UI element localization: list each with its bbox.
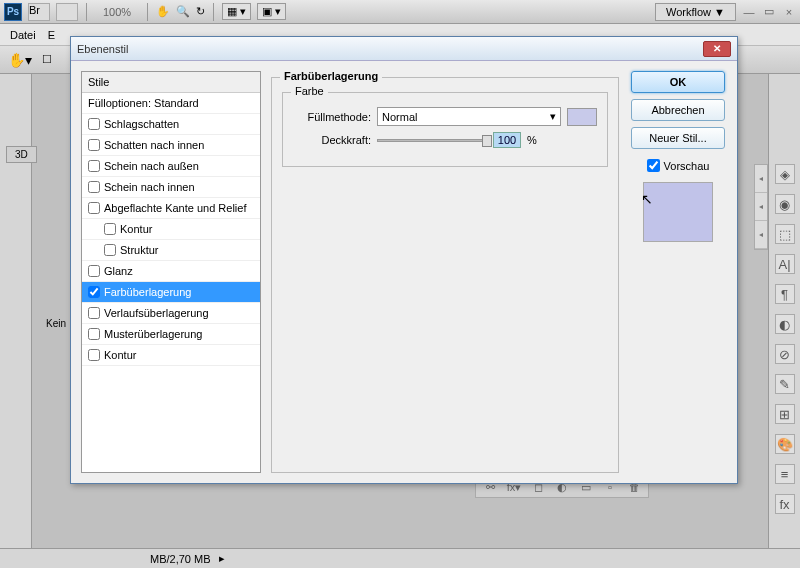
style-label: Kontur	[104, 349, 136, 361]
canvas-label: Kein	[46, 318, 66, 329]
styles-icon[interactable]: ⊘	[775, 344, 795, 364]
zoom-tool-icon[interactable]: 🔍	[176, 5, 190, 18]
style-checkbox[interactable]	[88, 202, 100, 214]
style-checkbox[interactable]	[104, 244, 116, 256]
rotate-view-icon[interactable]: ↻	[196, 5, 205, 18]
style-item[interactable]: Schatten nach innen	[82, 135, 260, 156]
blend-mode-value: Normal	[382, 111, 417, 123]
settings-heading: Farbüberlagerung	[280, 70, 382, 82]
style-checkbox[interactable]	[88, 118, 100, 130]
style-item[interactable]: Kontur	[82, 219, 260, 240]
workspace-switcher[interactable]: Workflow ▼	[655, 3, 736, 21]
styles-header[interactable]: Stile	[82, 72, 260, 93]
color-group: Farbe Füllmethode: Normal ▾ Deckkraft: %	[282, 92, 608, 167]
status-text: MB/2,70 MB	[150, 553, 211, 565]
menu-item[interactable]: E	[48, 29, 55, 41]
bridge-button[interactable]: Br	[28, 3, 50, 21]
new-style-button[interactable]: Neuer Stil...	[631, 127, 725, 149]
opacity-input[interactable]	[493, 132, 521, 148]
style-checkbox[interactable]	[88, 307, 100, 319]
layer-style-dialog: Ebenenstil ✕ Stile Fülloptionen: Standar…	[70, 36, 738, 484]
opacity-unit: %	[527, 134, 537, 146]
style-item[interactable]: Struktur	[82, 240, 260, 261]
preview-checkbox[interactable]: Vorschau	[647, 159, 710, 172]
style-item[interactable]: Farbüberlagerung	[82, 282, 260, 303]
preview-swatch	[643, 182, 713, 242]
history-icon[interactable]: ≡	[775, 464, 795, 484]
flyout-toggle[interactable]: ◂	[755, 193, 767, 221]
slider-thumb[interactable]	[482, 135, 492, 147]
flyout-toggle[interactable]: ◂	[755, 165, 767, 193]
style-label: Kontur	[120, 223, 152, 235]
blend-mode-select[interactable]: Normal ▾	[377, 107, 561, 126]
character-icon[interactable]: A|	[775, 254, 795, 274]
style-label: Schein nach innen	[104, 181, 195, 193]
arrange-dropdown[interactable]: ▣ ▾	[257, 3, 286, 20]
color-swatch[interactable]	[567, 108, 597, 126]
menu-datei[interactable]: Datei	[10, 29, 36, 41]
panel-flyout: ◂ ◂ ◂	[754, 164, 768, 250]
paragraph-icon[interactable]: ¶	[775, 284, 795, 304]
close-icon[interactable]: ×	[782, 6, 796, 18]
chevron-down-icon: ▾	[550, 110, 556, 123]
separator	[86, 3, 87, 21]
style-label: Abgeflachte Kante und Relief	[104, 202, 247, 214]
style-checkbox[interactable]	[88, 139, 100, 151]
tab-3d[interactable]: 3D	[6, 146, 37, 163]
style-item[interactable]: Musterüberlagerung	[82, 324, 260, 345]
style-checkbox[interactable]	[88, 265, 100, 277]
style-checkbox[interactable]	[88, 328, 100, 340]
style-item[interactable]: Fülloptionen: Standard	[82, 93, 260, 114]
channels-icon[interactable]: ◉	[775, 194, 795, 214]
dialog-body: Stile Fülloptionen: StandardSchlagschatt…	[71, 61, 737, 483]
layers-icon[interactable]: ◈	[775, 164, 795, 184]
status-arrow-icon[interactable]: ▸	[219, 552, 225, 565]
preview-label: Vorschau	[664, 160, 710, 172]
close-button[interactable]: ✕	[703, 41, 731, 57]
style-item[interactable]: Schein nach innen	[82, 177, 260, 198]
hand-tool-icon[interactable]: ✋	[156, 5, 170, 18]
screen-mode-dropdown[interactable]: ▦ ▾	[222, 3, 251, 20]
style-checkbox[interactable]	[88, 286, 100, 298]
style-item[interactable]: Abgeflachte Kante und Relief	[82, 198, 260, 219]
hand-icon[interactable]: ✋▾	[8, 52, 32, 68]
style-label: Struktur	[120, 244, 159, 256]
style-checkbox[interactable]	[88, 160, 100, 172]
style-item[interactable]: Verlaufsüberlagerung	[82, 303, 260, 324]
checkbox-option[interactable]: ☐	[42, 53, 52, 66]
right-panel-dock: ◈ ◉ ⬚ A| ¶ ◐ ⊘ ✎ ⊞ 🎨 ≡ fx	[768, 74, 800, 548]
flyout-toggle[interactable]: ◂	[755, 221, 767, 249]
minimize-icon[interactable]: —	[742, 6, 756, 18]
style-label: Farbüberlagerung	[104, 286, 191, 298]
cancel-button[interactable]: Abbrechen	[631, 99, 725, 121]
style-label: Schein nach außen	[104, 160, 199, 172]
opacity-slider[interactable]	[377, 139, 487, 142]
photoshop-icon: Ps	[4, 3, 22, 21]
dialog-actions: OK Abbrechen Neuer Stil... Vorschau	[629, 71, 727, 473]
preview-checkbox-input[interactable]	[647, 159, 660, 172]
paths-icon[interactable]: ⬚	[775, 224, 795, 244]
adjustments-icon[interactable]: ◐	[775, 314, 795, 334]
ok-button[interactable]: OK	[631, 71, 725, 93]
swatches-icon[interactable]: ⊞	[775, 404, 795, 424]
color-icon[interactable]: 🎨	[775, 434, 795, 454]
zoom-level[interactable]: 100%	[95, 6, 139, 18]
style-label: Schatten nach innen	[104, 139, 204, 151]
dialog-titlebar[interactable]: Ebenenstil ✕	[71, 37, 737, 61]
brush-icon[interactable]: ✎	[775, 374, 795, 394]
style-item[interactable]: Schein nach außen	[82, 156, 260, 177]
style-checkbox[interactable]	[88, 181, 100, 193]
minibridge-button[interactable]	[56, 3, 78, 21]
style-label: Schlagschatten	[104, 118, 179, 130]
style-item[interactable]: Kontur	[82, 345, 260, 366]
style-checkbox[interactable]	[104, 223, 116, 235]
fx-icon[interactable]: fx	[775, 494, 795, 514]
style-checkbox[interactable]	[88, 349, 100, 361]
dialog-title: Ebenenstil	[77, 43, 703, 55]
style-label: Glanz	[104, 265, 133, 277]
style-item[interactable]: Schlagschatten	[82, 114, 260, 135]
style-item[interactable]: Glanz	[82, 261, 260, 282]
opacity-label: Deckkraft:	[293, 134, 371, 146]
maximize-icon[interactable]: ▭	[762, 5, 776, 18]
style-label: Verlaufsüberlagerung	[104, 307, 209, 319]
